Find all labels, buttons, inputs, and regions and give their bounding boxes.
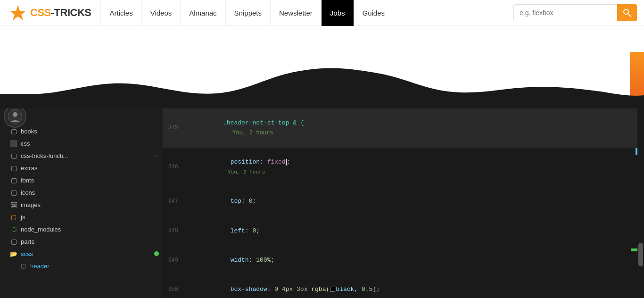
- line-content: position: fixed; You, 2 hours: [184, 148, 644, 187]
- folder-icon: ▢: [9, 164, 18, 172]
- code-token: ,: [354, 286, 362, 293]
- hero-area: [0, 26, 644, 108]
- code-token: black: [336, 286, 354, 293]
- line-number: 347: [163, 197, 184, 206]
- file-item-images[interactable]: 🖼 images: [0, 199, 163, 211]
- file-item-scss[interactable]: 📂 scss: [0, 248, 163, 260]
- file-label: js: [21, 214, 25, 221]
- file-label: books: [21, 128, 37, 135]
- scrollbar-thumb[interactable]: [638, 243, 643, 266]
- line-content: box-shadow: 0 4px 3px rgba(black, 0.5);: [184, 275, 644, 298]
- code-token: ;: [271, 257, 274, 264]
- file-label: parts: [21, 238, 34, 245]
- svg-marker-0: [10, 5, 26, 20]
- color-preview: [330, 287, 335, 292]
- code-token: width: [231, 257, 249, 264]
- code-token: :: [241, 198, 249, 205]
- code-line-348: 348 left: 0;: [163, 216, 644, 246]
- search-icon: [623, 8, 631, 17]
- code-token: fixed: [267, 158, 286, 166]
- subfolder-icon: ▢: [19, 262, 27, 270]
- nav-almanac[interactable]: Almanac: [181, 0, 225, 26]
- code-token: position: [231, 158, 260, 166]
- line-content: top: 0;: [184, 187, 644, 216]
- nav-jobs[interactable]: Jobs: [322, 0, 354, 26]
- code-token: 100%: [256, 257, 271, 264]
- folder-icon: ▢: [9, 237, 18, 246]
- file-label: header: [30, 263, 49, 270]
- avatar-icon: [8, 109, 23, 124]
- folder-icon: ▢: [9, 151, 18, 160]
- code-editor: 345 .header-not-at-top & { You, 2 hours …: [163, 108, 644, 298]
- code-line-346: 346 position: fixed; You, 2 hours: [163, 148, 644, 187]
- line-number: 345: [163, 124, 184, 132]
- code-token: 0.5: [362, 286, 372, 293]
- css-folder-icon: ⬛: [9, 139, 18, 148]
- nav-articles[interactable]: Articles: [100, 0, 141, 26]
- folder-icon: ▢: [9, 176, 18, 184]
- file-label: icons: [21, 189, 35, 196]
- line-content: width: 100%;: [184, 246, 644, 275]
- mountain-svg: [0, 61, 644, 108]
- code-token: ;: [376, 286, 380, 293]
- code-token: box-shadow: [231, 286, 267, 293]
- code-token: rgba(: [311, 286, 330, 293]
- file-label: node_modules: [21, 226, 61, 233]
- code-token: :: [260, 158, 267, 166]
- file-label: fonts: [21, 177, 34, 184]
- file-item-extras[interactable]: ▢ extras: [0, 162, 163, 174]
- search-input[interactable]: [513, 4, 617, 21]
- line-number: 346: [163, 163, 184, 172]
- file-item-js[interactable]: ▢ js: [0, 211, 163, 223]
- svg-point-4: [13, 112, 17, 117]
- folder-icon: ▢: [9, 127, 18, 135]
- file-item-books[interactable]: ▢ books: [0, 125, 163, 137]
- code-line-349: 349 width: 100%;: [163, 246, 644, 275]
- nav-guides[interactable]: Guides: [354, 0, 394, 26]
- file-item-css-tricks[interactable]: ▢ css-tricks-functi... →: [0, 149, 163, 162]
- logo-star-icon: [9, 4, 26, 21]
- line-number: 349: [163, 256, 184, 265]
- code-line-345: 345 .header-not-at-top & { You, 2 hours: [163, 108, 644, 148]
- logo-link[interactable]: CSS-TRICKS: [0, 4, 100, 21]
- green-change-indicator: [631, 248, 637, 251]
- folder-icon: ▢: [9, 188, 18, 197]
- images-folder-icon: 🖼: [9, 200, 18, 209]
- file-item-fonts[interactable]: ▢ fonts: [0, 174, 163, 186]
- node-folder-icon: ⬡: [9, 225, 18, 233]
- search-area: [513, 4, 637, 21]
- code-token: left: [231, 227, 245, 234]
- nav-newsletter[interactable]: Newsletter: [271, 0, 322, 26]
- file-tree-sidebar: ▢ books ⬛ css ▢ css-tricks-functi... → ▢…: [0, 108, 163, 298]
- code-line-350: 350 box-shadow: 0 4px 3px rgba(black, 0.…: [163, 275, 644, 298]
- code-token: :: [245, 227, 253, 234]
- line-number: 348: [163, 226, 184, 235]
- inline-comment: You, 2 hours: [232, 130, 273, 136]
- file-item-node-modules[interactable]: ⬡ node_modules: [0, 223, 163, 235]
- file-item-css[interactable]: ⬛ css: [0, 137, 163, 149]
- code-token: ;: [256, 227, 260, 234]
- code-lines: 345 .header-not-at-top & { You, 2 hours …: [163, 108, 644, 298]
- nav-videos[interactable]: Videos: [142, 0, 181, 26]
- file-item-icons[interactable]: ▢ icons: [0, 186, 163, 199]
- scrollbar[interactable]: [637, 108, 644, 298]
- code-token: :: [267, 286, 275, 293]
- code-token: .header-not-at-top & {: [223, 119, 304, 126]
- file-item-parts[interactable]: ▢ parts: [0, 235, 163, 248]
- search-button[interactable]: [617, 4, 637, 21]
- file-item-header[interactable]: ▢ header: [0, 260, 163, 272]
- nav-snippets[interactable]: Snippets: [226, 0, 271, 26]
- main-content: ▢ books ⬛ css ▢ css-tricks-functi... → ▢…: [0, 108, 644, 298]
- file-label: images: [21, 201, 41, 208]
- code-token: 0 4px 3px: [274, 286, 311, 293]
- blue-cursor-indicator: [636, 148, 637, 155]
- js-folder-icon: ▢: [9, 213, 18, 221]
- file-label: css-tricks-functi...: [21, 152, 68, 159]
- code-token: top: [231, 198, 241, 205]
- arrow-right-icon: →: [153, 152, 159, 159]
- file-label: extras: [21, 165, 37, 172]
- file-label: scss: [21, 250, 33, 257]
- inline-comment: You, 2 hours: [228, 169, 265, 175]
- line-number: 350: [163, 285, 184, 294]
- svg-line-2: [628, 14, 631, 17]
